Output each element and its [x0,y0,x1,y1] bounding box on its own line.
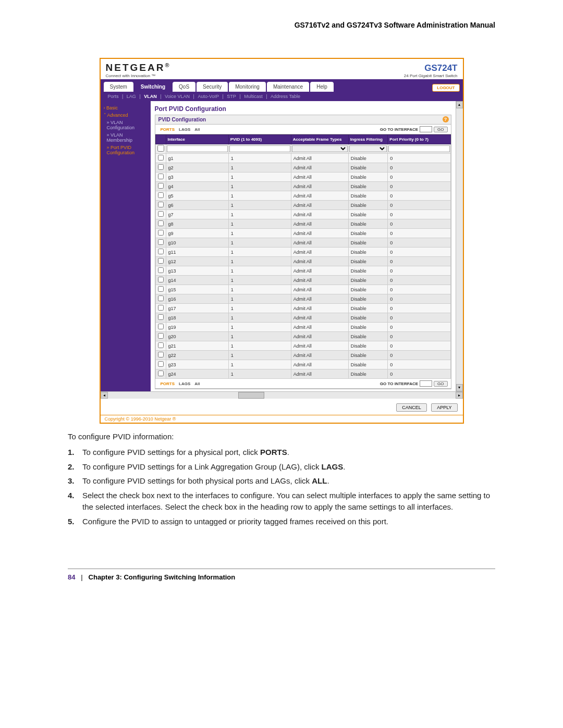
filter-pvid[interactable] [229,145,290,152]
subnav-address-table[interactable]: Address Table [268,94,302,99]
ports-tab-bottom[interactable]: PORTS [158,381,177,386]
row-checkbox[interactable] [158,258,164,264]
cell-aft: Admit All [291,201,348,210]
cell-aft: Admit All [291,191,348,201]
subnav-vlan[interactable]: VLAN [142,94,159,99]
row-checkbox[interactable] [158,286,164,292]
subnav-auto-voip[interactable]: Auto-VoIP [195,94,221,99]
instruction-step: 1.To configure PVID settings for a physi… [68,447,495,458]
sidebar-cat-advanced[interactable]: ˅ Advanced [101,112,151,119]
row-checkbox[interactable] [158,295,164,301]
row-checkbox[interactable] [158,333,164,339]
cell-pvid: 1 [228,257,291,266]
row-checkbox[interactable] [158,305,164,311]
table-row: g141Admit AllDisable0 [155,276,450,285]
row-checkbox[interactable] [158,277,164,282]
row-checkbox[interactable] [158,361,164,367]
scroll-right-icon[interactable]: ▸ [456,392,463,399]
cell-interface: g19 [166,323,228,332]
row-checkbox[interactable] [158,192,164,198]
all-tab-bottom[interactable]: All [192,381,202,386]
all-tab[interactable]: All [192,127,202,132]
sidebar-cat-basic[interactable]: › Basic [101,104,151,112]
select-all-checkbox[interactable] [156,145,165,152]
help-icon[interactable]: ? [443,116,449,122]
cell-priority: 0 [388,257,450,266]
cell-ing: Disable [348,360,388,369]
row-checkbox[interactable] [158,183,164,189]
row-checkbox[interactable] [158,342,164,348]
row-checkbox[interactable] [158,155,164,161]
cell-ing: Disable [348,163,388,172]
goto-input[interactable] [420,126,432,132]
filter-interface[interactable] [167,145,228,152]
row-checkbox[interactable] [158,174,164,179]
scroll-left-icon[interactable]: ◂ [101,392,108,399]
goto-input-bottom[interactable] [420,380,432,387]
row-checkbox[interactable] [158,211,164,217]
row-checkbox[interactable] [158,314,164,320]
subnav-multicast[interactable]: Multicast [242,94,265,99]
apply-button[interactable]: APPLY [431,403,457,412]
cell-ing: Disable [348,248,388,257]
row-checkbox[interactable] [158,220,164,226]
row-checkbox[interactable] [158,371,164,376]
cell-pvid: 1 [228,332,291,341]
scroll-thumb[interactable] [238,392,264,399]
scroll-down-icon[interactable]: ▾ [456,384,463,391]
table-row: g161Admit AllDisable0 [155,294,450,304]
go-button-bottom[interactable]: GO [434,381,447,387]
row-checkbox[interactable] [158,239,164,245]
logout-button[interactable]: LOGOUT [432,84,459,92]
cell-interface: g6 [166,201,228,210]
cell-aft: Admit All [291,154,348,163]
tab-security[interactable]: Security [197,82,228,92]
lags-tab[interactable]: LAGS [177,127,192,132]
cell-ing: Disable [348,332,388,341]
cell-pvid: 1 [228,304,291,313]
table-row: g201Admit AllDisable0 [155,332,450,341]
row-checkbox[interactable] [158,202,164,207]
ports-tab[interactable]: PORTS [158,127,177,132]
tab-help[interactable]: Help [310,82,334,92]
cell-interface: g23 [166,360,228,369]
cancel-button[interactable]: CANCEL [396,403,427,412]
horizontal-scrollbar[interactable]: ◂ ▸ [101,391,463,399]
cell-pvid: 1 [228,351,291,360]
filter-aft[interactable] [292,145,348,152]
scroll-up-icon[interactable]: ▴ [456,101,463,108]
subnav-voice-vlan[interactable]: Voice VLAN [163,94,192,99]
tab-switching[interactable]: Switching [134,82,172,92]
tab-qos[interactable]: QoS [173,82,195,92]
cell-pvid: 1 [228,341,291,351]
filter-ing[interactable] [349,145,387,152]
vertical-scrollbar[interactable]: ▴ ▾ [456,101,463,391]
row-checkbox[interactable] [158,352,164,357]
cell-pvid: 1 [228,238,291,248]
sidebar-item[interactable]: » VLAN Membership [101,131,151,144]
cell-priority: 0 [388,201,450,210]
cell-aft: Admit All [291,304,348,313]
table-row: g31Admit AllDisable0 [155,172,450,182]
subnav-stp[interactable]: STP [225,94,238,99]
subnav-ports[interactable]: Ports [106,94,121,99]
cell-priority: 0 [388,229,450,238]
row-checkbox[interactable] [158,267,164,273]
row-checkbox[interactable] [158,249,164,254]
go-button[interactable]: GO [434,127,447,132]
filter-priority[interactable] [388,145,449,152]
subnav-lag[interactable]: LAG [125,94,138,99]
tab-maintenance[interactable]: Maintenance [267,82,309,92]
table-row: g51Admit AllDisable0 [155,191,450,201]
row-checkbox[interactable] [158,324,164,329]
cell-ing: Disable [348,341,388,351]
row-checkbox[interactable] [158,164,164,170]
lags-tab-bottom[interactable]: LAGS [177,381,192,386]
sidebar-item[interactable]: » Port PVID Configuration [101,144,151,156]
tab-monitoring[interactable]: Monitoring [229,82,266,92]
row-checkbox[interactable] [158,230,164,236]
instruction-step: 3.To configure PVID settings for both ph… [68,475,495,487]
sidebar-item[interactable]: » VLAN Configuration [101,119,151,131]
cell-aft: Admit All [291,219,348,229]
tab-system[interactable]: System [104,82,133,92]
